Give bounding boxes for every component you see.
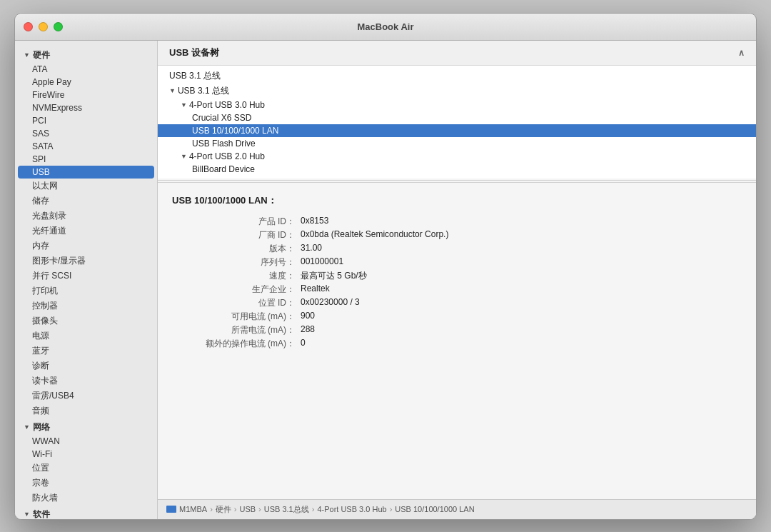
tree-item-2[interactable]: ▼ 4-Port USB 3.0 Hub xyxy=(158,99,756,111)
sidebar-item-audio[interactable]: 音频 xyxy=(15,403,157,418)
tree-item-0[interactable]: USB 3.1 总线 xyxy=(158,69,756,84)
tree-item-label-6: 4-Port USB 2.0 Hub xyxy=(189,151,265,161)
maximize-button[interactable] xyxy=(54,22,63,31)
minimize-button[interactable] xyxy=(39,22,48,31)
usb-tree-collapse-icon[interactable]: ∧ xyxy=(738,48,745,58)
detail-value-8: 288 xyxy=(301,324,742,336)
breadcrumb-sep-3: › xyxy=(312,505,315,513)
tree-item-label-2: 4-Port USB 3.0 Hub xyxy=(189,100,265,110)
usb-tree-container: USB 3.1 总线 ▼ USB 3.1 总线 ▼ 4-Port USB 3.0… xyxy=(158,66,756,179)
detail-value-0: 0x8153 xyxy=(301,216,742,228)
tree-item-label-7: BillBoard Device xyxy=(192,164,255,174)
breadcrumb-sep-0: › xyxy=(210,505,213,513)
detail-value-7: 900 xyxy=(301,311,742,323)
sidebar-item-disc[interactable]: 光盘刻录 xyxy=(15,209,157,224)
detail-value-6: 0x00230000 / 3 xyxy=(301,297,742,309)
app-window: MacBook Air ▼ 硬件 ATA Apple Pay FireWire … xyxy=(14,13,757,520)
tree-item-5[interactable]: USB Flash Drive xyxy=(158,137,756,150)
detail-label-7: 可用电流 (mA)： xyxy=(172,311,301,323)
tree-item-3[interactable]: Crucial X6 SSD xyxy=(158,111,756,124)
sidebar-item-spi[interactable]: SPI xyxy=(15,153,157,166)
hardware-arrow: ▼ xyxy=(24,51,30,59)
sidebar: ▼ 硬件 ATA Apple Pay FireWire NVMExpress P… xyxy=(15,41,158,519)
close-button[interactable] xyxy=(24,22,33,31)
sidebar-item-sata[interactable]: SATA xyxy=(15,140,157,153)
tree-item-6[interactable]: ▼ 4-Port USB 2.0 Hub xyxy=(158,150,756,163)
sidebar-item-power[interactable]: 电源 xyxy=(15,328,157,343)
breadcrumb-part-2: USB xyxy=(239,505,256,513)
sidebar-item-memory[interactable]: 内存 xyxy=(15,239,157,254)
breadcrumb-part-1: 硬件 xyxy=(216,504,231,515)
sidebar-section-network[interactable]: ▼ 网络 xyxy=(15,418,157,435)
tree-item-label-5: USB Flash Drive xyxy=(192,139,256,149)
sidebar-item-thunderbolt[interactable]: 雷雳/USB4 xyxy=(15,388,157,403)
detail-label-5: 生产企业： xyxy=(172,283,301,296)
software-label: 软件 xyxy=(33,508,50,519)
window-controls xyxy=(24,22,63,31)
detail-label-8: 所需电流 (mA)： xyxy=(172,324,301,336)
sidebar-item-pci[interactable]: PCI xyxy=(15,114,157,127)
sidebar-item-sas[interactable]: SAS xyxy=(15,127,157,140)
tree-item-label-4: USB 10/100/1000 LAN xyxy=(192,126,278,136)
tree-item-7[interactable]: BillBoard Device xyxy=(158,163,756,176)
sidebar-item-storage[interactable]: 储存 xyxy=(15,194,157,209)
tree-item-label-0: USB 3.1 总线 xyxy=(169,70,221,82)
tree-arrow-6: ▼ xyxy=(181,153,187,160)
sidebar-item-wwan[interactable]: WWAN xyxy=(15,435,157,448)
sidebar-item-parallel-scsi[interactable]: 并行 SCSI xyxy=(15,268,157,283)
sidebar-item-firewire[interactable]: FireWire xyxy=(15,89,157,101)
sidebar-item-bluetooth[interactable]: 蓝牙 xyxy=(15,343,157,358)
sidebar-item-ethernet[interactable]: 以太网 xyxy=(15,179,157,194)
detail-value-3: 001000001 xyxy=(301,256,742,268)
sidebar-item-controller[interactable]: 控制器 xyxy=(15,298,157,313)
main-panel: USB 设备树 ∧ USB 3.1 总线 ▼ USB 3.1 总线 xyxy=(158,41,756,519)
detail-value-2: 31.00 xyxy=(301,243,742,255)
detail-label-2: 版本： xyxy=(172,243,301,255)
detail-label-6: 位置 ID： xyxy=(172,297,301,309)
detail-table: 产品 ID： 0x8153 厂商 ID： 0x0bda (Realtek Sem… xyxy=(172,216,742,350)
tree-item-4[interactable]: USB 10/100/1000 LAN xyxy=(158,124,756,137)
usb-tree-section: USB 设备树 ∧ USB 3.1 总线 ▼ USB 3.1 总线 xyxy=(158,41,756,183)
detail-label-4: 速度： xyxy=(172,270,301,282)
sidebar-item-cardreader[interactable]: 读卡器 xyxy=(15,373,157,388)
window-title: MacBook Air xyxy=(358,21,414,32)
sidebar-item-usb[interactable]: USB xyxy=(18,166,154,179)
detail-value-4: 最高可达 5 Gb/秒 xyxy=(301,270,742,282)
breadcrumb-sep-1: › xyxy=(234,505,237,513)
detail-label-0: 产品 ID： xyxy=(172,216,301,228)
sidebar-item-diagnostics[interactable]: 诊断 xyxy=(15,358,157,373)
breadcrumb-part-5: USB 10/100/1000 LAN xyxy=(395,505,474,513)
sidebar-item-volumes[interactable]: 宗卷 xyxy=(15,476,157,491)
sidebar-item-wifi[interactable]: Wi-Fi xyxy=(15,448,157,461)
sidebar-item-printer[interactable]: 打印机 xyxy=(15,283,157,298)
detail-label-1: 厂商 ID： xyxy=(172,229,301,241)
sidebar-section-hardware[interactable]: ▼ 硬件 xyxy=(15,46,157,63)
breadcrumb-sep-2: › xyxy=(258,505,261,513)
sidebar-item-firewall[interactable]: 防火墙 xyxy=(15,491,157,506)
detail-value-1: 0x0bda (Realtek Semiconductor Corp.) xyxy=(301,229,742,241)
detail-label-9: 额外的操作电流 (mA)： xyxy=(172,338,301,350)
titlebar: MacBook Air xyxy=(15,14,756,41)
breadcrumb-sep-4: › xyxy=(390,505,393,513)
tree-divider xyxy=(158,180,756,181)
sidebar-item-nvmexpress[interactable]: NVMExpress xyxy=(15,101,157,114)
software-arrow: ▼ xyxy=(24,511,30,518)
tree-item-1[interactable]: ▼ USB 3.1 总线 xyxy=(158,84,756,99)
hardware-items: ATA Apple Pay FireWire NVMExpress PCI SA… xyxy=(15,63,157,418)
sidebar-item-applepay[interactable]: Apple Pay xyxy=(15,76,157,89)
network-label: 网络 xyxy=(33,421,50,433)
breadcrumb-icon xyxy=(166,506,176,513)
tree-arrow-2: ▼ xyxy=(181,101,187,109)
sidebar-item-location[interactable]: 位置 xyxy=(15,461,157,476)
tree-item-label-1: USB 3.1 总线 xyxy=(178,85,229,97)
sidebar-item-camera[interactable]: 摄像头 xyxy=(15,313,157,328)
network-items: WWAN Wi-Fi 位置 宗卷 防火墙 xyxy=(15,435,157,506)
usb-tree-header-bar: USB 设备树 ∧ xyxy=(158,41,756,66)
detail-label-3: 序列号： xyxy=(172,256,301,268)
hardware-label: 硬件 xyxy=(33,49,50,61)
sidebar-item-fibre[interactable]: 光纤通道 xyxy=(15,224,157,239)
sidebar-item-graphics[interactable]: 图形卡/显示器 xyxy=(15,254,157,268)
detail-section: USB 10/100/1000 LAN： 产品 ID： 0x8153 厂商 ID… xyxy=(158,183,756,499)
sidebar-item-ata[interactable]: ATA xyxy=(15,63,157,76)
sidebar-section-software[interactable]: ▼ 软件 xyxy=(15,506,157,519)
